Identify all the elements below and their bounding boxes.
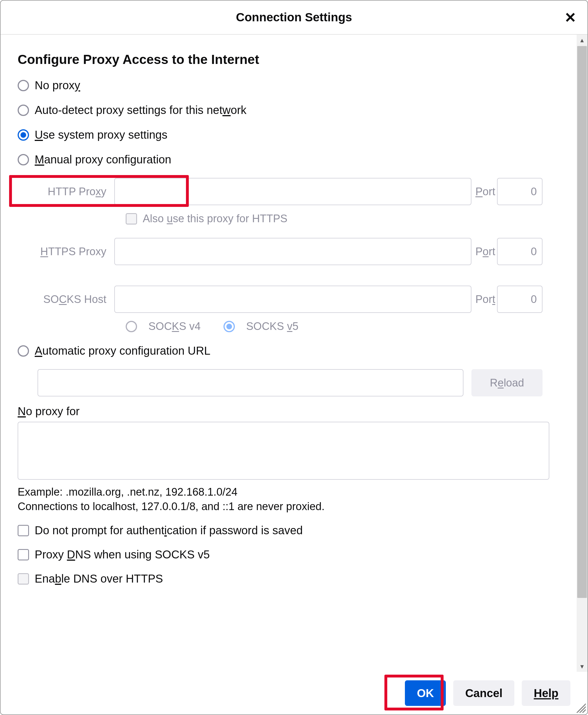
section-title: Configure Proxy Access to the Internet bbox=[18, 52, 576, 67]
checkbox-label: Also use this proxy for HTTPS bbox=[143, 213, 288, 225]
radio-use-system[interactable]: Use system proxy settings bbox=[18, 128, 576, 141]
checkbox-icon bbox=[18, 525, 29, 536]
http-port-label: Port bbox=[471, 186, 497, 198]
titlebar: Connection Settings bbox=[1, 1, 587, 35]
radio-label: Auto-detect proxy settings for this netw… bbox=[35, 104, 247, 116]
auto-config-url-input[interactable] bbox=[38, 369, 463, 396]
scroll-area: Configure Proxy Access to the Internet N… bbox=[1, 35, 587, 672]
socks-host-input[interactable] bbox=[114, 286, 471, 313]
checkbox-label: Enable DNS over HTTPS bbox=[35, 572, 163, 585]
radio-manual[interactable]: Manual proxy configuration bbox=[18, 153, 576, 166]
checkbox-icon bbox=[18, 549, 29, 560]
no-proxy-for-label: No proxy for bbox=[18, 405, 576, 418]
socks-port-input[interactable] bbox=[497, 286, 543, 313]
also-use-https-row[interactable]: Also use this proxy for HTTPS bbox=[126, 213, 543, 225]
button-bar: OK Cancel Help bbox=[1, 672, 587, 714]
checkbox-icon bbox=[126, 213, 137, 224]
close-button[interactable] bbox=[564, 10, 577, 24]
http-proxy-input[interactable] bbox=[114, 178, 471, 205]
https-port-input[interactable] bbox=[497, 238, 543, 265]
https-proxy-row: HTTPS Proxy Port bbox=[38, 238, 543, 265]
vertical-scrollbar[interactable]: ▴ ▾ bbox=[576, 35, 587, 672]
radio-auto-config-url[interactable]: Automatic proxy configuration URL bbox=[18, 344, 576, 357]
auto-config-url-row: Reload bbox=[38, 369, 543, 396]
connection-settings-dialog: Connection Settings Configure Proxy Acce… bbox=[0, 0, 588, 715]
radio-auto-detect[interactable]: Auto-detect proxy settings for this netw… bbox=[18, 104, 576, 116]
radio-icon bbox=[18, 345, 29, 356]
scroll-up-icon[interactable]: ▴ bbox=[576, 35, 587, 45]
http-proxy-row: HTTP Proxy Port bbox=[38, 178, 543, 205]
radio-label: Use system proxy settings bbox=[35, 128, 167, 141]
radio-icon bbox=[18, 80, 29, 91]
socks5-label: SOCKS v5 bbox=[246, 320, 298, 332]
cancel-button[interactable]: Cancel bbox=[453, 680, 514, 706]
checkbox-label: Proxy DNS when using SOCKS v5 bbox=[35, 548, 210, 561]
checkbox-no-auth-prompt[interactable]: Do not prompt for authentication if pass… bbox=[18, 524, 576, 537]
dialog-title: Connection Settings bbox=[236, 10, 352, 24]
scroll-down-icon[interactable]: ▾ bbox=[576, 661, 587, 672]
no-proxy-example: Example: .mozilla.org, .net.nz, 192.168.… bbox=[18, 486, 576, 498]
radio-label: Manual proxy configuration bbox=[35, 153, 171, 166]
close-icon bbox=[565, 12, 576, 23]
reload-button[interactable]: Reload bbox=[471, 369, 543, 396]
https-port-label: Port bbox=[471, 245, 497, 258]
radio-icon bbox=[18, 129, 29, 141]
http-proxy-label: HTTP Proxy bbox=[38, 186, 114, 198]
help-button[interactable]: Help bbox=[522, 680, 570, 706]
ok-button[interactable]: OK bbox=[405, 680, 446, 706]
https-proxy-input[interactable] bbox=[114, 238, 471, 265]
checkbox-proxy-dns-socks5[interactable]: Proxy DNS when using SOCKS v5 bbox=[18, 548, 576, 561]
radio-label: No proxy bbox=[35, 79, 80, 92]
manual-proxy-section: HTTP Proxy Port Also use this proxy for … bbox=[38, 178, 543, 332]
radio-socks4[interactable] bbox=[126, 321, 137, 332]
radio-no-proxy[interactable]: No proxy bbox=[18, 79, 576, 92]
resize-grip-icon[interactable] bbox=[574, 701, 586, 713]
no-proxy-for-textarea[interactable] bbox=[18, 422, 549, 480]
socks-host-label: SOCKS Host bbox=[38, 293, 114, 305]
socks-version-row: SOCKS v4 SOCKS v5 bbox=[126, 320, 543, 332]
radio-socks5[interactable] bbox=[224, 321, 235, 332]
socks-host-row: SOCKS Host Port bbox=[38, 286, 543, 313]
radio-icon bbox=[18, 154, 29, 166]
socks4-label: SOCKS v4 bbox=[148, 320, 201, 332]
checkbox-icon bbox=[18, 573, 29, 585]
content: Configure Proxy Access to the Internet N… bbox=[1, 35, 576, 672]
radio-label: Automatic proxy configuration URL bbox=[35, 344, 210, 357]
socks-port-label: Port bbox=[471, 293, 497, 305]
http-port-input[interactable] bbox=[497, 178, 543, 205]
https-proxy-label: HTTPS Proxy bbox=[38, 245, 114, 258]
localhost-note: Connections to localhost, 127.0.0.1/8, a… bbox=[18, 500, 576, 513]
checkbox-label: Do not prompt for authentication if pass… bbox=[35, 524, 303, 537]
checkbox-enable-doh[interactable]: Enable DNS over HTTPS bbox=[18, 572, 576, 585]
radio-icon bbox=[18, 105, 29, 116]
scroll-thumb[interactable] bbox=[577, 46, 587, 598]
